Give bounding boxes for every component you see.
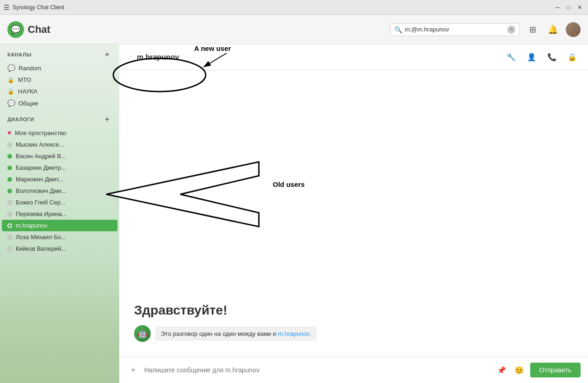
status-dot-offline	[7, 212, 12, 216]
dialog-name: Мое пространство	[15, 130, 66, 136]
dialog-item-loza[interactable]: Лоза Михаил Бо...	[0, 231, 119, 243]
greeting-text: Здравствуйте!	[134, 303, 573, 318]
dialog-item-kiykov[interactable]: Кийков Валерий...	[0, 243, 119, 254]
add-channel-button[interactable]: +	[103, 50, 112, 59]
chat-input-area: + 📌 😊 Отправить	[119, 357, 588, 383]
dialogs-section-header: ДИАЛОГИ +	[0, 109, 119, 127]
search-bar[interactable]: 🔍 ✕	[390, 23, 520, 36]
dialog-item-vasin[interactable]: Васин Андрей В...	[0, 150, 119, 162]
apps-icon-button[interactable]: ⊞	[525, 22, 540, 37]
channel-name: НАУКА	[18, 88, 37, 95]
status-dot-online	[7, 177, 12, 182]
user-avatar[interactable]	[566, 22, 581, 37]
intro-message: 🤖 Это разговор один на один между вами и…	[134, 325, 573, 342]
dialog-item-volotkov[interactable]: Волоткович Дми...	[0, 185, 119, 197]
dialog-item-bazarkin[interactable]: Базаркин Дмитр...	[0, 162, 119, 173]
dialog-item-peryazeva[interactable]: Перязева Ирина...	[0, 208, 119, 220]
channel-name: МТО	[18, 76, 31, 83]
dialog-item-markovich[interactable]: Маркович Дмит...	[0, 173, 119, 185]
pin-button[interactable]: 📌	[495, 364, 508, 377]
intro-username: m.hrapunov	[278, 330, 310, 337]
close-button[interactable]: ✕	[575, 3, 584, 12]
window-controls: ─ □ ✕	[553, 3, 584, 12]
minimize-button[interactable]: ─	[553, 3, 562, 12]
app-header-title: Chat	[28, 24, 50, 36]
intro-period: .	[310, 330, 312, 337]
status-dot-online	[7, 166, 12, 170]
dialogs-label: ДИАЛОГИ	[7, 117, 34, 122]
dialog-name: Базаркин Дмитр...	[16, 164, 66, 171]
chat-content: Здравствуйте! 🤖 Это разговор один на оди…	[119, 70, 588, 357]
app-logo: 💬 Chat	[7, 21, 50, 38]
call-button[interactable]: 📞	[544, 49, 560, 66]
emoji-button[interactable]: 😊	[513, 364, 526, 377]
dialog-name: Васин Андрей В...	[16, 153, 66, 160]
channel-item-random[interactable]: 💬 Random	[0, 62, 119, 74]
channel-item-obschie[interactable]: 💬 Общие	[0, 97, 119, 109]
channels-section-header: КАНАЛЫ +	[0, 44, 119, 62]
add-dialog-button[interactable]: +	[103, 115, 112, 124]
chat-icon: 💬	[7, 64, 15, 72]
status-dot-offline	[7, 142, 12, 147]
chat-area: ☆ m.hrapunov 🔧 👤 📞 🔒 Здравствуйте! 🤖 Это…	[119, 44, 588, 383]
dialog-name: m.hrapunov	[16, 222, 48, 229]
status-dot-online	[7, 189, 12, 193]
status-dot-offline	[7, 235, 12, 240]
main-layout: КАНАЛЫ + 💬 Random 🔒 МТО 🔒 НАУКА 💬 Общие …	[0, 44, 588, 383]
dialog-item-myspace[interactable]: ♥ Мое пространство	[0, 127, 119, 139]
message-input[interactable]	[144, 364, 490, 377]
settings-button[interactable]: 🔧	[503, 49, 520, 66]
sidebar: КАНАЛЫ + 💬 Random 🔒 МТО 🔒 НАУКА 💬 Общие …	[0, 44, 119, 383]
dialog-name: Божко Глеб Сер...	[16, 199, 66, 206]
chat-header: ☆ m.hrapunov 🔧 👤 📞 🔒	[119, 44, 588, 70]
logo-icon: 💬	[7, 21, 24, 38]
channels-label: КАНАЛЫ	[7, 52, 31, 57]
chat-contact-name: m.hrapunov	[137, 53, 179, 62]
titlebar: ☰ Synology Chat Client ─ □ ✕	[0, 0, 588, 15]
dialog-name: Маркович Дмит...	[16, 176, 63, 183]
status-dot-online	[7, 154, 12, 159]
add-member-button[interactable]: 👤	[523, 49, 540, 66]
avatar-image	[566, 22, 581, 37]
dialog-item-mhrapunov[interactable]: m.hrapunov	[2, 220, 117, 231]
dialog-name: Кийков Валерий...	[16, 245, 66, 252]
status-dot-active	[7, 223, 12, 228]
dialog-name: Мыскин Алексе...	[16, 141, 64, 148]
chat-icon: 💬	[7, 99, 15, 107]
notifications-button[interactable]: 🔔	[545, 22, 560, 37]
send-button[interactable]: Отправить	[530, 363, 581, 377]
dialog-name: Лоза Михаил Бо...	[16, 234, 66, 241]
star-icon[interactable]: ☆	[127, 53, 133, 62]
lock-chat-button[interactable]: 🔒	[564, 49, 581, 66]
attach-button[interactable]: +	[127, 364, 140, 377]
heart-icon: ♥	[7, 129, 11, 136]
intro-bubble: Это разговор один на один между вами и m…	[155, 327, 317, 341]
maximize-button[interactable]: □	[564, 3, 573, 12]
dialog-name: Волоткович Дми...	[16, 187, 67, 194]
lock-icon: 🔒	[7, 88, 14, 95]
app-title: Synology Chat Client	[12, 4, 553, 11]
channel-name: Общие	[18, 100, 38, 107]
header-icons: ⊞ 🔔	[525, 22, 581, 37]
search-icon: 🔍	[394, 26, 402, 33]
dialog-item-bozhko[interactable]: Божко Глеб Сер...	[0, 197, 119, 208]
lock-icon: 🔒	[7, 77, 14, 83]
bot-avatar: 🤖	[134, 325, 151, 342]
header: 💬 Chat 🔍 ✕ ⊞ 🔔	[0, 15, 588, 44]
status-dot-offline	[7, 200, 12, 205]
channel-name: Random	[18, 65, 41, 72]
channel-item-mto[interactable]: 🔒 МТО	[0, 74, 119, 86]
intro-text: Это разговор один на один между вами и	[161, 330, 278, 337]
status-dot-offline	[7, 247, 12, 251]
dialog-name: Перязева Ирина...	[16, 210, 67, 217]
search-clear-button[interactable]: ✕	[507, 25, 515, 34]
channel-item-nauka[interactable]: 🔒 НАУКА	[0, 86, 119, 97]
sidebar-background	[0, 290, 119, 383]
dialog-item-myskin[interactable]: Мыскин Алексе...	[0, 139, 119, 150]
hamburger-icon[interactable]: ☰	[4, 4, 10, 11]
search-input[interactable]	[405, 26, 504, 33]
